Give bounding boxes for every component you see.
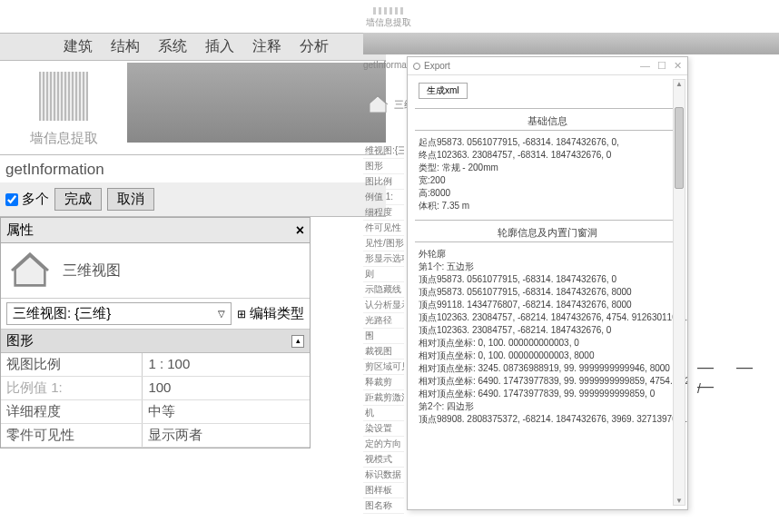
tab-structure[interactable]: 结构 (111, 37, 140, 56)
right-gradient-bar (363, 33, 779, 54)
data-line: 顶点98908. 2808375372, -68214. 1847432676,… (419, 413, 680, 426)
side-list-item[interactable]: 染设置 (363, 421, 404, 437)
side-list-item[interactable]: 距裁剪激活 (363, 390, 404, 406)
tab-analyze[interactable]: 分析 (300, 37, 329, 56)
data-line: 顶点95873. 0561077915, -68314. 1847432676,… (419, 273, 680, 286)
side-list-item[interactable]: 标识数据 (363, 468, 404, 483)
side-list-item[interactable]: 认分析显示… (363, 298, 404, 313)
data-line: 外轮廓 (419, 248, 680, 261)
properties-title: 属性 (6, 222, 34, 239)
section-header-basic: 基础信息 (415, 114, 680, 128)
edit-grid-icon: ⊞ (237, 308, 246, 320)
data-line: 第1个: 五边形 (419, 261, 680, 273)
tab-architecture[interactable]: 建筑 (64, 37, 93, 56)
side-list-item[interactable]: 图名称 (363, 498, 404, 514)
data-line: 第2个: 四边形 (419, 400, 680, 413)
param-row: 视图比例 1 : 100 (1, 353, 310, 377)
side-list-item[interactable]: 例值 1: (363, 190, 404, 205)
param-value[interactable]: 1 : 100 (143, 353, 310, 376)
data-line: 相对顶点坐标: 0, 100. 000000000003, 8000 (419, 350, 680, 362)
scroll-up-icon[interactable]: ▲ (674, 80, 685, 88)
decoration-dashes: — — — (697, 358, 779, 396)
param-label: 视图比例 (1, 353, 143, 376)
side-list-item[interactable]: 释裁剪 (363, 375, 404, 390)
scrollbar-vertical[interactable]: ▲ ▼ (673, 79, 685, 506)
param-label: 零件可见性 (1, 424, 143, 447)
param-row: 详细程度 中等 (1, 400, 310, 424)
side-list-item[interactable]: 件可见性 (363, 221, 404, 236)
side-list-item[interactable]: 机 (363, 406, 404, 421)
generate-xml-button[interactable]: 生成xml (419, 83, 468, 99)
data-line: 体积: 7.35 m (419, 200, 680, 212)
param-row: 比例值 1: 100 (1, 377, 310, 400)
param-value[interactable]: 中等 (143, 400, 310, 423)
house-icon-small (367, 94, 389, 114)
side-list-item[interactable]: 裁视图 (363, 344, 404, 360)
data-line: 终点102363. 23084757, -68314. 1847432676, … (419, 149, 680, 162)
data-line: 宽:200 (419, 174, 680, 187)
side-list-item[interactable]: 则 (363, 267, 404, 282)
view-name: 三维视图 (63, 261, 121, 281)
ribbon-tabs: 建筑 结构 系统 插入 注释 分析 (0, 33, 386, 61)
maximize-icon[interactable]: ☐ (657, 60, 666, 72)
section-header-outline: 轮廓信息及内置门窗洞 (415, 226, 680, 240)
side-list-item[interactable]: 见性/图形替换 (363, 236, 404, 251)
decoration-slash: / (697, 381, 701, 396)
cancel-button[interactable]: 取消 (107, 188, 154, 211)
minimize-icon[interactable]: — (640, 60, 650, 72)
side-property-list: 维视图:{三维}图形图比例例值 1:细程度件可见性见性/图形替换形显示选项则示隐… (363, 143, 404, 514)
param-row: 零件可见性 显示两者 (1, 424, 310, 448)
scroll-thumb[interactable] (675, 107, 684, 189)
complete-button[interactable]: 完成 (54, 188, 102, 211)
mini-title: 墙信息提取 (363, 5, 413, 29)
param-value[interactable]: 100 (143, 377, 310, 399)
data-line: 相对顶点坐标: 0, 100. 000000000003, 0 (419, 337, 680, 350)
param-group-header[interactable]: 图形 ▴ (1, 330, 310, 353)
properties-panel: 三维视图 三维视图: {三维} ▽ ⊞ 编辑类型 图形 ▴ 视图比例 1 : 1… (0, 243, 311, 448)
side-list-item[interactable]: 示隐藏线 (363, 282, 404, 298)
type-dropdown[interactable]: 三维视图: {三维} ▽ (6, 302, 232, 325)
side-list-item[interactable]: 维视图:{三维} (363, 143, 404, 159)
basic-info-lines: 起点95873. 0561077915, -68314. 1847432676,… (415, 136, 680, 212)
dialog-title: Export (413, 61, 450, 71)
export-dialog: Export — ☐ ✕ 生成xml 基础信息 起点95873. 0561077… (407, 56, 688, 510)
side-list-item[interactable]: 图形 (363, 159, 404, 174)
multi-checkbox-input[interactable] (5, 193, 18, 206)
side-list-item[interactable]: 定的方向 (363, 437, 404, 452)
side-list-item[interactable]: 形显示选项 (363, 251, 404, 267)
side-list-item[interactable]: 图比例 (363, 174, 404, 190)
data-line: 顶点102363. 23084757, -68214. 1847432676, … (419, 311, 680, 324)
data-line: 顶点99118. 1434776807, -68214. 1847432676,… (419, 299, 680, 311)
side-list-item[interactable]: 图样板 (363, 483, 404, 498)
tab-systems[interactable]: 系统 (158, 37, 187, 56)
chevron-down-icon: ▽ (218, 309, 225, 319)
data-line: 相对顶点坐标: 3245. 08736988919, 99. 999999999… (419, 362, 680, 375)
side-list-item[interactable]: 光路径 (363, 313, 404, 329)
action-bar: 多个 完成 取消 (0, 182, 386, 217)
properties-header: 属性 × (0, 217, 311, 243)
data-line: 相对顶点坐标: 6490. 17473977839, 99. 999999999… (419, 375, 680, 388)
data-line: 高:8000 (419, 187, 680, 200)
side-list-item[interactable]: 视模式 (363, 452, 404, 468)
tab-insert[interactable]: 插入 (205, 37, 234, 56)
house-icon (10, 252, 50, 289)
side-list-item[interactable]: 细程度 (363, 205, 404, 221)
side-list-item[interactable]: 剪区域可见 (363, 360, 404, 375)
wall-info-tool-button[interactable]: 墙信息提取 (0, 61, 127, 154)
tab-annotate[interactable]: 注释 (252, 37, 281, 56)
api-name-label: getInformation (0, 154, 386, 182)
data-line: 起点95873. 0561077915, -68314. 1847432676,… (419, 136, 680, 149)
scroll-down-icon[interactable]: ▼ (674, 497, 685, 505)
multi-checkbox[interactable]: 多个 (5, 191, 49, 208)
wall-icon (39, 72, 88, 121)
tool-label: 墙信息提取 (7, 130, 120, 147)
collapse-icon[interactable]: ▴ (291, 335, 304, 348)
close-icon[interactable]: × (296, 222, 304, 239)
dialog-titlebar[interactable]: Export — ☐ ✕ (408, 57, 687, 75)
view-row: 三维视图 (1, 243, 310, 299)
edit-type-button[interactable]: ⊞ 编辑类型 (237, 305, 304, 322)
type-selector-row: 三维视图: {三维} ▽ ⊞ 编辑类型 (1, 299, 310, 330)
side-list-item[interactable]: 围 (363, 329, 404, 344)
param-value[interactable]: 显示两者 (143, 424, 310, 447)
close-icon[interactable]: ✕ (674, 60, 682, 72)
